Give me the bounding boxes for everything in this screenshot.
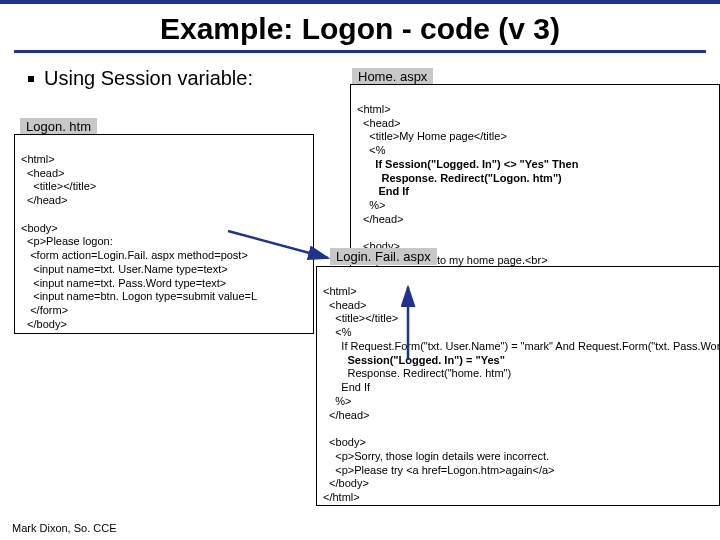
svg-line-0 bbox=[228, 231, 328, 258]
arrows bbox=[0, 0, 720, 540]
footer-text: Mark Dixon, So. CCE bbox=[12, 522, 117, 534]
